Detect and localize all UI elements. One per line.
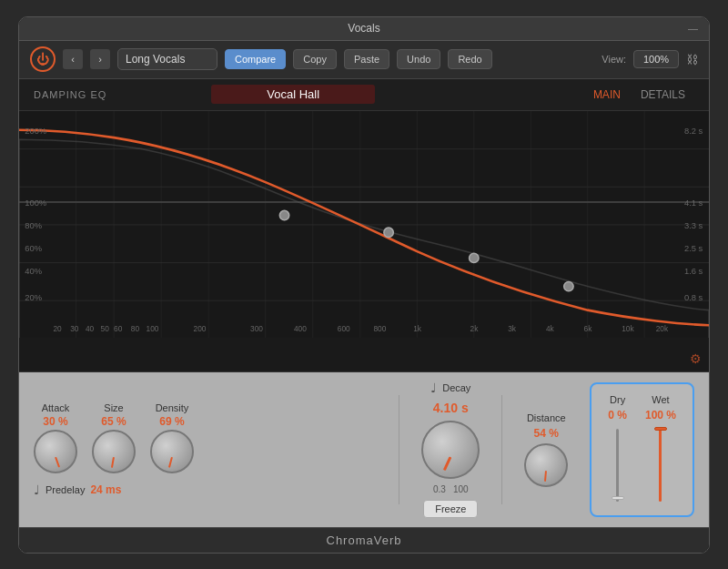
wet-label: Wet (652, 394, 669, 405)
dry-label: Dry (610, 394, 625, 405)
plugin-name: ChromaVerb (327, 533, 402, 547)
dry-fader-track[interactable] (616, 429, 619, 502)
attack-label: Attack (42, 402, 70, 413)
svg-point-22 (279, 210, 288, 219)
svg-point-24 (470, 253, 479, 262)
svg-text:60: 60 (114, 323, 123, 332)
preset-select[interactable]: Long Vocals (117, 48, 217, 70)
wet-fader-group: Wet 100 % (645, 394, 676, 505)
controls-section: Attack 30 % Size 65 % (19, 372, 709, 527)
svg-text:40%: 40% (25, 267, 42, 276)
copy-button[interactable]: Copy (293, 49, 337, 69)
svg-text:6k: 6k (584, 323, 593, 332)
eq-label: DAMPING EQ (34, 89, 106, 100)
view-tabs: MAIN DETAILS (584, 86, 694, 104)
svg-text:100%: 100% (25, 198, 46, 208)
knobs-left: Attack 30 % Size 65 % (34, 402, 388, 497)
preset-name: Vocal Hall (211, 85, 375, 104)
svg-text:4.1 s: 4.1 s (684, 198, 703, 208)
knobs-bottom-row: ♩ Predelay 24 ms (34, 483, 388, 497)
svg-text:1k: 1k (413, 323, 422, 332)
svg-text:4k: 4k (546, 323, 555, 332)
compare-button[interactable]: Compare (225, 49, 286, 69)
freeze-min: 0.3 (433, 484, 446, 494)
predelay-label: Predelay (46, 484, 85, 495)
eq-display[interactable]: 200% 100% 80% 60% 40% 20% 8.2 s 4.1 s 3.… (19, 110, 709, 372)
svg-text:400: 400 (294, 323, 307, 332)
density-knob[interactable] (150, 430, 194, 473)
wet-fader-track[interactable] (659, 429, 662, 502)
svg-text:20k: 20k (656, 323, 669, 332)
main-area: DAMPING EQ Vocal Hall MAIN DETAILS (19, 79, 709, 553)
attack-knob[interactable] (34, 430, 77, 473)
dry-value: 0 % (608, 409, 627, 422)
paste-button[interactable]: Paste (344, 49, 389, 69)
divider-1 (399, 395, 399, 504)
svg-text:800: 800 (373, 323, 386, 332)
window-title: Vocals (348, 22, 379, 35)
attack-value: 30 % (43, 415, 67, 428)
decay-section: ♩ Decay 4.10 s 0.3 100 Freeze (421, 381, 480, 518)
svg-text:40: 40 (86, 323, 95, 332)
density-group: Density 69 % (150, 402, 194, 473)
link-icon[interactable]: ⛓ (686, 53, 698, 66)
decay-knob[interactable] (421, 421, 480, 479)
wet-fader-thumb[interactable] (654, 427, 667, 431)
svg-point-23 (384, 228, 393, 237)
title-bar: Vocals — (19, 17, 709, 41)
size-group: Size 65 % (92, 402, 136, 473)
svg-text:1.6 s: 1.6 s (684, 267, 703, 276)
svg-point-25 (564, 281, 573, 290)
dry-fader-thumb[interactable] (612, 496, 624, 500)
dry-fader-group: Dry 0 % (608, 394, 627, 505)
svg-text:80: 80 (131, 323, 140, 332)
decay-label: Decay (442, 382, 470, 393)
svg-text:300: 300 (250, 323, 263, 332)
predelay-group: Predelay 24 ms (46, 483, 121, 496)
view-label: View: (602, 54, 626, 65)
settings-icon[interactable]: ⚙ (690, 351, 702, 366)
size-knob[interactable] (92, 430, 136, 473)
svg-text:200: 200 (194, 323, 207, 332)
svg-text:20%: 20% (25, 293, 42, 302)
freeze-button[interactable]: Freeze (423, 500, 478, 518)
svg-text:100: 100 (147, 323, 159, 332)
view-input[interactable] (633, 50, 679, 68)
size-label: Size (104, 402, 123, 413)
undo-button[interactable]: Undo (397, 49, 440, 69)
minimize-button[interactable]: — (688, 23, 698, 34)
svg-text:8.2 s: 8.2 s (684, 126, 703, 135)
music-note-icon: ♩ (34, 483, 40, 497)
svg-text:2.5 s: 2.5 s (684, 244, 703, 253)
nav-back-button[interactable]: ‹ (63, 49, 83, 69)
svg-text:10k: 10k (622, 323, 634, 332)
svg-text:2k: 2k (470, 323, 480, 332)
fader-section: Dry 0 % Wet 100 % (590, 382, 694, 517)
freeze-values: 0.3 100 (433, 484, 469, 494)
knobs-top-row: Attack 30 % Size 65 % (34, 402, 388, 473)
plugin-window: Vocals — ⏻ ‹ › Long Vocals Compare Copy … (18, 16, 710, 554)
distance-knob[interactable] (524, 443, 568, 487)
density-value: 69 % (159, 415, 184, 428)
decay-music-icon: ♩ (430, 381, 437, 395)
eq-graph: 200% 100% 80% 60% 40% 20% 8.2 s 4.1 s 3.… (19, 111, 709, 339)
svg-text:3k: 3k (508, 323, 517, 332)
tab-details[interactable]: DETAILS (632, 86, 694, 104)
decay-value: 4.10 s (433, 401, 469, 415)
svg-text:60%: 60% (25, 244, 42, 253)
distance-label: Distance (527, 412, 566, 423)
toolbar: ⏻ ‹ › Long Vocals Compare Copy Paste Und… (19, 41, 709, 79)
power-button[interactable]: ⏻ (30, 46, 56, 72)
divider-2 (501, 395, 502, 504)
svg-text:0.8 s: 0.8 s (684, 293, 703, 302)
predelay-value: 24 ms (90, 483, 121, 496)
svg-text:30: 30 (70, 323, 79, 332)
nav-forward-button[interactable]: › (90, 49, 110, 69)
attack-group: Attack 30 % (34, 402, 77, 473)
svg-text:80%: 80% (25, 221, 42, 230)
density-label: Density (156, 402, 189, 413)
distance-value: 54 % (534, 427, 559, 440)
svg-text:600: 600 (338, 323, 350, 332)
tab-main[interactable]: MAIN (584, 86, 630, 104)
redo-button[interactable]: Redo (448, 49, 491, 69)
